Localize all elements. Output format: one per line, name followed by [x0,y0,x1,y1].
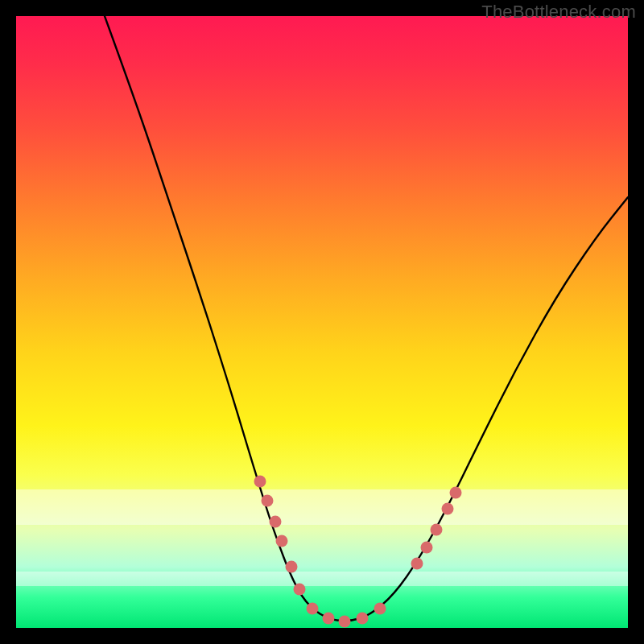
data-dot [294,584,306,596]
data-dot [421,542,433,554]
data-dot [431,524,443,536]
data-dot [411,558,423,570]
plot-area [16,16,628,628]
data-dot [286,561,298,573]
data-dot [323,613,335,625]
data-dot [270,516,282,528]
data-dot [276,535,288,547]
data-dot [442,503,454,515]
data-dot [339,616,351,628]
data-dot [262,495,274,507]
data-dot [254,476,266,488]
data-dot [450,487,462,499]
watermark-text: TheBottleneck.com [481,2,636,23]
data-dot [307,603,319,615]
bottleneck-curve [16,16,628,628]
data-dot [357,613,369,625]
data-dot [374,603,386,615]
